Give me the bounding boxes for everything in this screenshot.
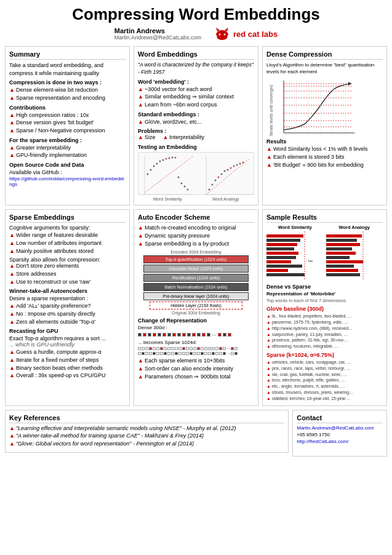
opensource-label: Open Source Code and Data [9,162,126,168]
svg-point-37 [236,164,238,166]
se-recast-3: ▲Binary section beats other methods [9,365,126,372]
se-winner-1: ▲Add 'AL₁' sparsity-preference? [9,303,126,310]
svg-point-28 [209,189,210,191]
svg-point-23 [184,186,186,188]
sr-rep-title: Representation of 'Motorbike' [266,291,383,297]
svg-rect-76 [326,256,350,259]
svg-point-34 [227,169,229,171]
contact-phone: +65 8585 1750 [297,432,383,437]
svg-point-18 [169,158,170,159]
we-emb-2: ▲Similar embedding ⇒ similar context [138,94,254,101]
se-recast-note: ... which is GPU-unfriendly [9,341,126,348]
cat-logo-icon [214,25,231,42]
word-analogy-chart [326,231,372,281]
ae-sparse-note-3: ▲Parameters chosen ⇒ 900bits total [138,373,254,381]
we-problems-items: ▲Size ▲Interpretability [138,134,254,142]
se-winner-3: ▲Zero all elements outside 'Top-α' [9,319,126,326]
ae-dense-label: Dense 300d : [138,325,254,330]
se-winner-2: ▲No : Impose α% sparsity directly [9,311,126,318]
we-std-1: ▲GloVe, word2vec, etc... [138,119,254,126]
scatter-plot [138,152,254,195]
contrib-1: ▲High compression ratios : 10x [9,112,126,119]
dc-y-axis-label: Iterate levels until converged [266,78,275,136]
dc-result-1: ▲Word Similarity loss < 1% with 8 levels [266,146,383,153]
svg-point-20 [175,157,177,159]
ae-sparse-label: ... becomes Sparse 1024d: [138,340,254,345]
ae-pre-binary: Pre-binary linear layer (1024 units) [143,292,248,300]
se-comp-2: ▲Store addresses [9,271,126,278]
svg-point-4 [223,34,225,36]
github-link[interactable]: https://github.com/mdda/compressing-word… [9,176,126,187]
svg-point-32 [221,174,223,175]
sr-sparse-label: Sparse (k=1024, α=6.75%) [266,352,383,358]
we-testing-label: Testing an Embedding [138,144,254,150]
svg-point-13 [153,166,155,167]
compression-item-2: ▲Sparse representation and encoding [9,95,126,102]
se-comp-label: Sparsity also allows for compression: [9,257,126,263]
we-embedding-label: Word 'embedding' : [138,79,254,85]
svg-point-11 [147,174,149,175]
sparse-item-1: ▲Greater interpretability [9,145,126,152]
we-emb-1: ▲~300d vector for each word [138,86,254,94]
svg-rect-63 [266,252,298,255]
svg-rect-80 [326,273,360,276]
svg-point-30 [215,180,217,182]
author-email: Martin.Andrews@RedCatLabs.com [114,34,201,41]
sr-glove-words: ▲lb., four-bladed, propellers, two-blade… [266,313,383,349]
svg-rect-59 [266,234,303,238]
dc-chart-svg [278,78,383,136]
se-winner-intro: Desire a sparse representation : [9,295,126,301]
summary-card: Summary Take a standard word embedding, … [5,46,130,206]
svg-rect-72 [326,239,357,242]
summary-intro: Take a standard word embedding, and comp… [9,62,126,77]
we-quote: "A word is characterized by the company … [138,62,254,76]
se-cog-3: ▲Mainly positive attributes stored [9,248,126,255]
we-standard-label: Standard embeddings : [138,111,254,118]
svg-rect-60 [266,239,300,242]
svg-point-36 [233,166,235,167]
key-references-card: Key References ▲"Learning effective and … [5,410,289,453]
sparse-embeddings-card: Sparse Embeddings Cognitive arguments fo… [5,209,130,405]
svg-rect-66 [266,265,302,268]
contact-title: Contact [297,414,383,423]
ae-sparse-note-1: ▲Each sparse element is 10+3bits [138,357,254,365]
svg-point-16 [162,159,164,161]
summary-title: Summary [9,50,126,60]
svg-point-17 [166,158,167,160]
ae-item-3: ▲Sparse embedding is a by-product [138,241,254,248]
svg-rect-68 [266,273,305,276]
ae-layer-1: Top-α quantification (1024 units) [143,255,248,263]
dc-chart-area: Iterate levels until converged [266,78,383,136]
svg-point-29 [212,184,214,186]
svg-text:←best: ←best [305,259,313,263]
se-title: Sparse Embeddings [9,214,126,223]
ae-original-label: Original 300d Embedding [138,311,254,315]
ae-hidden: Hidden Layer (2193 floats) [150,301,242,309]
svg-rect-61 [266,243,297,246]
sparse-item-2: ▲GPU-friendly implementation [9,152,126,159]
dc-result-3: ▲'Bit Budget' = 900 bits for embedding [266,162,383,169]
se-recast-1: ▲Guess a hurdle, compute approx-α [9,349,126,356]
sr-glove-label: GloVe baseline (300d) [266,306,383,312]
we-problems-row: Problems : [138,128,254,134]
sr-title: Sample Results [266,214,383,223]
svg-rect-65 [266,260,291,263]
se-recast-2: ▲Iterate for a fixed number of steps [9,357,126,364]
svg-rect-71 [326,234,362,238]
sample-results-card: Sample Results Word Similarity [262,209,387,405]
se-recast-intro: Exact Top-α algorithm requires a sort ..… [9,335,126,341]
ae-layer-3: Rectification (1024 units) [143,274,248,282]
ae-item-2: ▲Dynamic sparsity pressure [138,233,254,240]
sr-charts: Word Similarity ←best [266,225,383,281]
svg-point-31 [218,177,220,178]
ref-2: ▲"A winner-take-all method for training … [9,433,284,440]
svg-rect-75 [326,252,356,255]
svg-point-39 [242,162,244,164]
svg-point-0 [216,30,228,40]
se-cog-1: ▲Wider range of features desirable [9,232,126,239]
se-recast-label: Recasting for GPU [9,328,126,334]
ae-layer-2: Gaussian Noise (1024 units) [143,265,248,273]
word-embeddings-card: Word Embeddings "A word is characterized… [134,46,258,206]
se-recast-4: ▲Overall : 39x speed-up vs CPU/GPU [9,372,126,380]
ae-encoded-label: Encoded 300d Embedding [138,250,254,254]
